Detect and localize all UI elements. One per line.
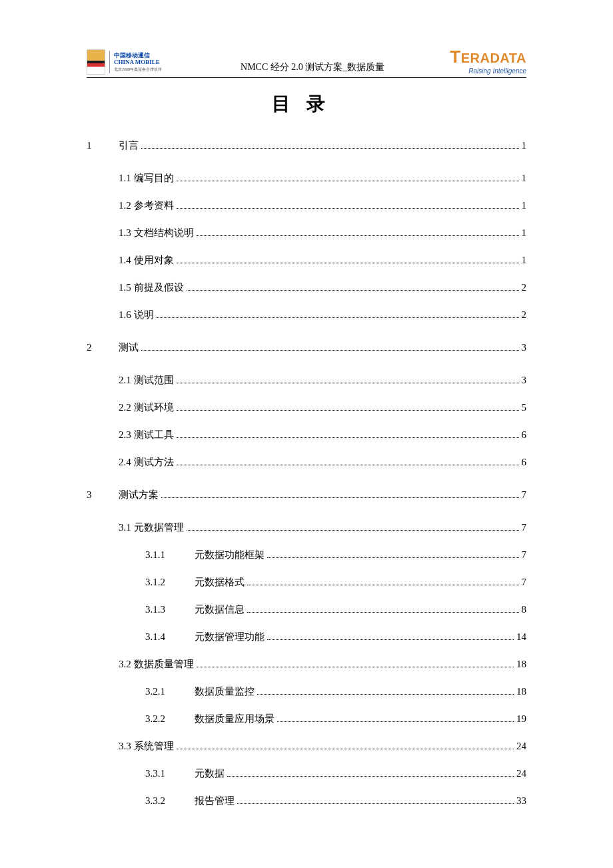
toc-entry[interactable]: 1.3 文档结构说明1 bbox=[119, 224, 526, 242]
toc-page-number: 7 bbox=[522, 573, 527, 591]
toc-leader-dots bbox=[177, 740, 514, 750]
toc-page-number: 1 bbox=[522, 169, 527, 187]
toc-entry[interactable]: 3测试方案7 bbox=[87, 486, 526, 504]
toc-leader-dots bbox=[177, 254, 519, 264]
toc-entry[interactable]: 2.3 测试工具6 bbox=[119, 426, 526, 444]
toc-leader-dots bbox=[141, 139, 519, 149]
toc-entry[interactable]: 3.1 元数据管理7 bbox=[119, 519, 526, 537]
toc-subsection-number: 3.1.3 bbox=[145, 601, 195, 619]
toc-entry[interactable]: 3.1.4元数据管理功能14 bbox=[145, 628, 526, 646]
toc-subsection-number: 3.3.2 bbox=[145, 792, 195, 810]
toc-entry[interactable]: 3.1.1元数据功能框架7 bbox=[145, 546, 526, 564]
document-page: 中国移动通信 CHINA MOBILE 北京2008年奥运会合作伙伴 NMCC … bbox=[0, 0, 613, 868]
toc-label: 数据质量监控 bbox=[195, 683, 255, 701]
toc-subsection-number: 3.1.2 bbox=[145, 573, 195, 591]
toc-entry[interactable]: 1引言1 bbox=[87, 137, 526, 155]
toc-page-number: 1 bbox=[522, 197, 527, 215]
toc-chapter-number: 3 bbox=[87, 486, 119, 504]
toc-entry[interactable]: 1.1 编写目的1 bbox=[119, 169, 526, 187]
toc-entry[interactable]: 2.2 测试环境5 bbox=[119, 399, 526, 417]
toc-entry[interactable]: 3.3 系统管理24 bbox=[119, 737, 526, 755]
toc-label: 元数据信息 bbox=[195, 601, 245, 619]
toc-entry[interactable]: 3.2.1数据质量监控18 bbox=[145, 683, 526, 701]
toc-page-number: 7 bbox=[522, 519, 527, 537]
toc-label: 元数据功能框架 bbox=[195, 546, 265, 564]
toc-entry[interactable]: 1.5 前提及假设2 bbox=[119, 279, 526, 297]
toc-page-number: 7 bbox=[522, 486, 527, 504]
toc-page-number: 1 bbox=[522, 137, 527, 155]
toc-label: 元数据管理功能 bbox=[195, 628, 265, 646]
toc-label: 2.3 测试工具 bbox=[119, 426, 174, 444]
toc-label: 3.3 系统管理 bbox=[119, 737, 174, 755]
toc-entry[interactable]: 3.1.3元数据信息8 bbox=[145, 601, 526, 619]
toc-entry[interactable]: 3.2 数据质量管理18 bbox=[119, 655, 526, 673]
header-left-logos: 中国移动通信 CHINA MOBILE 北京2008年奥运会合作伙伴 bbox=[87, 49, 162, 75]
teradata-wordmark: TERADATA bbox=[450, 47, 526, 67]
teradata-logo: TERADATA Raising Intelligence bbox=[450, 47, 526, 75]
china-mobile-logo: 中国移动通信 CHINA MOBILE 北京2008年奥运会合作伙伴 bbox=[114, 53, 162, 71]
toc-label: 元数据格式 bbox=[195, 573, 245, 591]
toc-entry[interactable]: 3.2.2数据质量应用场景19 bbox=[145, 710, 526, 728]
toc-leader-dots bbox=[247, 576, 519, 586]
toc-label: 3.1 元数据管理 bbox=[119, 519, 184, 537]
toc-page-number: 1 bbox=[522, 224, 527, 242]
toc-label: 2.4 测试方法 bbox=[119, 453, 174, 471]
toc-heading: 目录 bbox=[87, 91, 526, 117]
toc-entry[interactable]: 3.3.2报告管理33 bbox=[145, 792, 526, 810]
toc-label: 1.1 编写目的 bbox=[119, 169, 174, 187]
toc-page-number: 14 bbox=[516, 628, 526, 646]
toc-label: 测试方案 bbox=[119, 486, 159, 504]
toc-leader-dots bbox=[267, 631, 514, 641]
toc-leader-dots bbox=[177, 429, 519, 439]
toc-page-number: 3 bbox=[522, 339, 527, 357]
cmcc-subtitle: 北京2008年奥运会合作伙伴 bbox=[114, 67, 162, 72]
toc-leader-dots bbox=[177, 401, 519, 411]
toc-page-number: 18 bbox=[516, 683, 526, 701]
toc-page-number: 24 bbox=[516, 765, 526, 783]
toc-page-number: 6 bbox=[522, 453, 527, 471]
toc-label: 1.3 文档结构说明 bbox=[119, 224, 194, 242]
toc-leader-dots bbox=[277, 713, 514, 723]
toc-subsection-number: 3.1.4 bbox=[145, 628, 195, 646]
toc-label: 1.4 使用对象 bbox=[119, 251, 174, 269]
logo-divider bbox=[109, 51, 110, 73]
toc-page-number: 8 bbox=[522, 601, 527, 619]
toc-entry[interactable]: 2测试3 bbox=[87, 339, 526, 357]
toc-leader-dots bbox=[237, 795, 514, 805]
toc-leader-dots bbox=[257, 685, 514, 695]
toc-entry[interactable]: 3.3.1元数据24 bbox=[145, 765, 526, 783]
toc-chapter-number: 1 bbox=[87, 137, 119, 155]
toc-entry[interactable]: 1.4 使用对象1 bbox=[119, 251, 526, 269]
beijing-2008-logo-icon bbox=[87, 49, 105, 75]
toc-entry[interactable]: 1.2 参考资料1 bbox=[119, 197, 526, 215]
page-header: 中国移动通信 CHINA MOBILE 北京2008年奥运会合作伙伴 NMCC … bbox=[87, 47, 526, 78]
toc-label: 1.2 参考资料 bbox=[119, 197, 174, 215]
toc-subsection-number: 3.3.1 bbox=[145, 765, 195, 783]
toc-entry[interactable]: 3.1.2元数据格式7 bbox=[145, 573, 526, 591]
toc-label: 3.2 数据质量管理 bbox=[119, 655, 194, 673]
toc-page-number: 3 bbox=[522, 371, 527, 389]
toc-page-number: 18 bbox=[516, 655, 526, 673]
cmcc-name-en: CHINA MOBILE bbox=[114, 59, 162, 66]
toc-leader-dots bbox=[161, 489, 519, 499]
toc-label: 2.2 测试环境 bbox=[119, 399, 174, 417]
toc-page-number: 19 bbox=[516, 710, 526, 728]
toc-leader-dots bbox=[177, 456, 519, 466]
toc-label: 测试 bbox=[119, 339, 139, 357]
toc-page-number: 2 bbox=[522, 279, 527, 297]
toc-leader-dots bbox=[177, 374, 519, 384]
toc-entry[interactable]: 2.1 测试范围3 bbox=[119, 371, 526, 389]
toc-page-number: 24 bbox=[516, 737, 526, 755]
toc-page-number: 5 bbox=[522, 399, 527, 417]
toc-label: 1.5 前提及假设 bbox=[119, 279, 184, 297]
toc-label: 引言 bbox=[119, 137, 139, 155]
toc-leader-dots bbox=[247, 603, 519, 613]
toc-leader-dots bbox=[267, 549, 519, 559]
toc-entry[interactable]: 1.6 说明2 bbox=[119, 306, 526, 324]
toc-leader-dots bbox=[141, 341, 519, 351]
document-header-title: NMCC 经分 2.0 测试方案_数据质量 bbox=[175, 61, 450, 75]
toc-label: 1.6 说明 bbox=[119, 306, 154, 324]
toc-leader-dots bbox=[187, 281, 519, 291]
toc-entry[interactable]: 2.4 测试方法6 bbox=[119, 453, 526, 471]
toc-label: 元数据 bbox=[195, 765, 225, 783]
